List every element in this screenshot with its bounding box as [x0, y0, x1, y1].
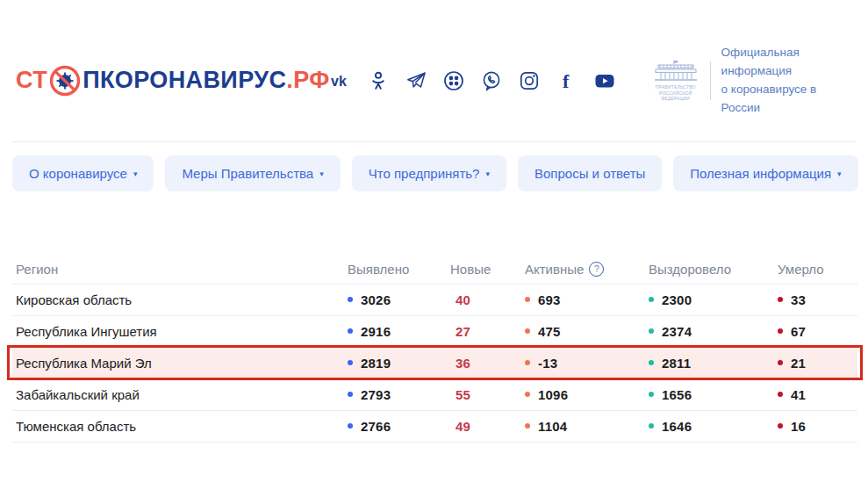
active-dot [525, 392, 530, 397]
emblem-caption: Правительство Российской Федерации [652, 84, 699, 101]
recovered-dot [649, 423, 654, 429]
detected-dot [348, 360, 353, 365]
recovered-value: 2300 [662, 292, 692, 307]
died-value: 21 [791, 356, 806, 371]
detected-value: 3026 [361, 292, 391, 307]
region-name: Республика Ингушетия [12, 324, 344, 339]
active-value: -13 [538, 356, 557, 371]
nav-item-useful-info[interactable]: Полезная информация [673, 155, 857, 191]
ok-icon[interactable] [368, 70, 389, 91]
logo-tld: .РФ [286, 68, 329, 92]
recovered-value: 2811 [662, 356, 691, 371]
recovered-value: 1646 [662, 419, 692, 434]
recovered-dot [649, 297, 654, 302]
died-value: 67 [791, 324, 806, 339]
active-value: 1104 [538, 419, 567, 434]
died-value: 33 [791, 292, 806, 307]
site-header: СТ ПКОРОНАВИРУС .РФ vk [0, 0, 868, 118]
site-logo[interactable]: СТ ПКОРОНАВИРУС .РФ [16, 64, 330, 97]
region-name: Республика Марий Эл [12, 356, 344, 371]
died-value: 41 [791, 387, 806, 402]
active-value: 1096 [538, 387, 568, 402]
recovered-dot [649, 328, 654, 334]
col-header-detected: Выявлено [344, 262, 447, 277]
died-value: 16 [791, 419, 806, 434]
recovered-value: 2374 [662, 324, 692, 339]
chevron-down-icon [319, 170, 324, 178]
died-dot [778, 328, 783, 334]
nav-item-about[interactable]: О коронавирусе [12, 155, 154, 191]
svg-text:vk: vk [331, 74, 347, 89]
government-building-icon [652, 60, 699, 83]
official-info-line1: Официальная информация [721, 44, 854, 81]
social-links: vk [330, 70, 615, 91]
nav-item-government-measures[interactable]: Меры Правительства [165, 155, 340, 191]
header-divider [12, 141, 856, 142]
recovered-dot [649, 360, 654, 365]
official-info-text: Официальная информация о коронавирусе в … [721, 44, 854, 118]
nav-item-label: Что предпринять? [369, 166, 480, 181]
active-dot [525, 328, 530, 334]
region-name: Забайкальский край [12, 387, 344, 402]
telegram-icon[interactable] [405, 70, 427, 91]
active-dot [525, 360, 530, 365]
active-dot [525, 297, 530, 302]
detected-dot [348, 297, 353, 302]
youtube-icon[interactable] [594, 70, 615, 91]
detected-value: 2766 [361, 419, 391, 434]
col-header-died: Умерло [774, 262, 857, 277]
detected-dot [348, 392, 353, 397]
nav-item-label: О коронавирусе [29, 166, 127, 181]
logo-body: ПКОРОНАВИРУС [82, 68, 286, 92]
col-header-new: Новые [447, 262, 521, 277]
nav-item-label: Вопросы и ответы [534, 166, 645, 181]
recovered-value: 1656 [662, 387, 692, 402]
detected-value: 2819 [361, 356, 391, 371]
region-name: Кировская область [12, 292, 344, 307]
new-value: 36 [450, 356, 470, 371]
chevron-down-icon [133, 170, 138, 178]
new-value: 27 [450, 324, 470, 339]
detected-dot [348, 423, 353, 429]
regions-stats-table: Регион Выявлено Новые Активные ? Выздоро… [12, 255, 857, 443]
government-emblem: Правительство Российской Федерации [652, 60, 699, 101]
active-dot [525, 423, 530, 429]
nav-item-label: Полезная информация [690, 166, 831, 181]
col-header-region: Регион [12, 262, 344, 277]
died-dot [778, 392, 783, 397]
nav-item-questions-answers[interactable]: Вопросы и ответы [518, 155, 662, 191]
nav-item-what-to-do[interactable]: Что предпринять? [352, 155, 506, 191]
new-value: 49 [450, 419, 470, 434]
instagram-icon[interactable] [519, 70, 540, 91]
table-row-highlighted: Республика Марий Эл 2819 36 -13 2811 21 [12, 348, 857, 379]
table-row: Забайкальский край 2793 55 1096 1656 41 [12, 379, 857, 411]
chevron-down-icon [837, 170, 842, 178]
help-icon[interactable]: ? [589, 262, 604, 277]
died-dot [778, 360, 783, 365]
zen-icon[interactable] [443, 70, 464, 91]
active-value: 475 [538, 324, 561, 339]
col-header-active: Активные ? [521, 262, 645, 277]
detected-dot [348, 328, 353, 334]
detected-value: 2916 [361, 324, 391, 339]
nav-item-label: Меры Правительства [182, 166, 313, 181]
vk-icon[interactable]: vk [330, 70, 351, 91]
viber-icon[interactable] [481, 70, 502, 91]
died-dot [778, 423, 783, 429]
region-name: Тюменская область [12, 419, 344, 434]
recovered-dot [649, 392, 654, 397]
no-virus-icon [48, 64, 82, 97]
page: СТ ПКОРОНАВИРУС .РФ vk [0, 0, 868, 490]
table-row: Тюменская область 2766 49 1104 1646 16 [12, 411, 857, 443]
new-value: 40 [450, 292, 470, 307]
svg-text:f: f [563, 70, 570, 91]
detected-value: 2793 [361, 387, 391, 402]
help-glyph: ? [594, 263, 599, 274]
official-info-block: Правительство Российской Федерации Офици… [652, 44, 854, 118]
table-row: Республика Ингушетия 2916 27 475 2374 67 [12, 316, 857, 348]
died-dot [778, 297, 783, 302]
table-row: Кировская область 3026 40 693 2300 33 [12, 285, 857, 316]
facebook-icon[interactable]: f [556, 70, 577, 91]
col-header-recovered: Выздоровело [645, 262, 774, 277]
chevron-down-icon [485, 170, 490, 178]
